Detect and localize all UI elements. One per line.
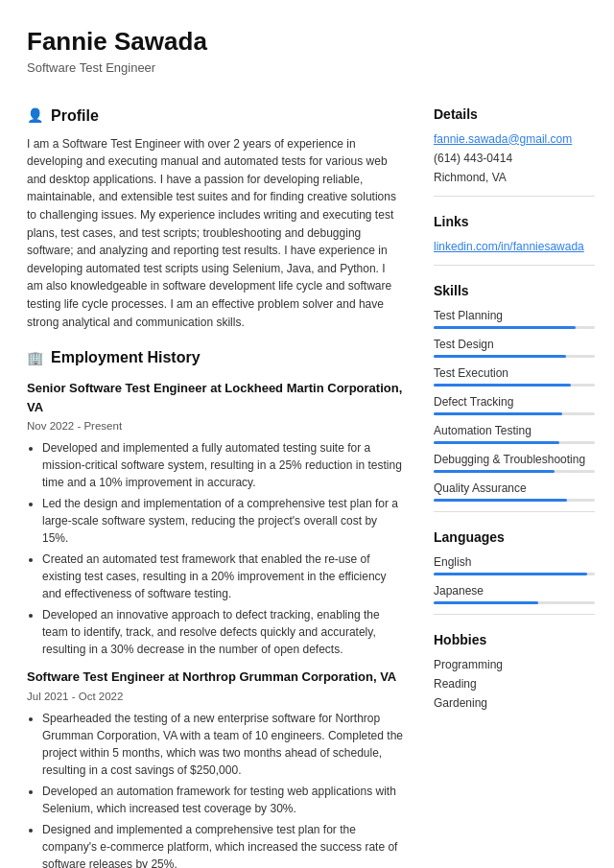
profile-icon: 👤 xyxy=(27,106,43,126)
skill-item: Test Design xyxy=(434,336,595,358)
header: Fannie Sawada Software Test Engineer xyxy=(0,0,614,89)
profile-section-title: Profile xyxy=(51,105,99,128)
language-label: English xyxy=(434,553,595,571)
hobby-item: Programming xyxy=(434,656,595,673)
job-2-bullets: Spearheaded the testing of a new enterpr… xyxy=(27,710,403,868)
skill-bar-fill xyxy=(434,355,566,358)
employment-icon: 🏢 xyxy=(27,348,43,368)
language-item: Japanese xyxy=(434,582,595,604)
divider-1 xyxy=(434,196,595,197)
skill-bar-bg xyxy=(434,412,595,415)
resume-page: Fannie Sawada Software Test Engineer 👤 P… xyxy=(0,0,614,868)
job-2-title: Software Test Engineer at Northrop Grumm… xyxy=(27,668,403,687)
skill-label: Test Execution xyxy=(434,364,595,382)
skill-bar-fill xyxy=(434,499,567,502)
skill-bar-bg xyxy=(434,470,595,473)
skills-container: Test Planning Test Design Test Execution… xyxy=(434,307,595,502)
employment-section-header: 🏢 Employment History xyxy=(27,346,403,369)
phone-text: (614) 443-0414 xyxy=(434,150,595,167)
email-link[interactable]: fannie.sawada@gmail.com xyxy=(434,130,595,148)
location-text: Richmond, VA xyxy=(434,169,595,186)
skill-item: Test Planning xyxy=(434,307,595,329)
skill-item: Automation Testing xyxy=(434,422,595,444)
profile-text: I am a Software Test Engineer with over … xyxy=(27,135,403,332)
employment-section-title: Employment History xyxy=(51,346,201,369)
skill-bar-fill xyxy=(434,441,559,444)
list-item: Created an automated test framework that… xyxy=(42,551,403,602)
list-item: Developed an innovative approach to defe… xyxy=(42,606,403,658)
skill-bar-fill xyxy=(434,470,555,473)
list-item: Developed and implemented a fully automa… xyxy=(42,439,403,491)
language-bar-fill xyxy=(434,601,538,604)
skill-item: Test Execution xyxy=(434,364,595,387)
language-bar-bg xyxy=(434,573,595,575)
list-item: Spearheaded the testing of a new enterpr… xyxy=(42,710,403,779)
languages-section-title: Languages xyxy=(434,528,595,548)
skill-bar-fill xyxy=(434,326,576,329)
details-section-title: Details xyxy=(434,105,595,125)
skill-label: Test Design xyxy=(434,336,595,353)
skill-item: Quality Assurance xyxy=(434,480,595,502)
skill-label: Automation Testing xyxy=(434,422,595,439)
skill-bar-bg xyxy=(434,384,595,387)
job-1-date: Nov 2022 - Present xyxy=(27,418,403,434)
right-column: Details fannie.sawada@gmail.com (614) 44… xyxy=(422,89,614,868)
hobbies-container: ProgrammingReadingGardening xyxy=(434,656,595,712)
divider-3 xyxy=(434,511,595,512)
skill-item: Defect Tracking xyxy=(434,393,595,415)
divider-4 xyxy=(434,614,595,615)
skill-bar-fill xyxy=(434,412,562,415)
job-1-title: Senior Software Test Engineer at Lockhee… xyxy=(27,379,403,416)
skill-bar-bg xyxy=(434,441,595,444)
language-bar-bg xyxy=(434,601,595,604)
profile-section-header: 👤 Profile xyxy=(27,105,403,128)
skill-label: Defect Tracking xyxy=(434,393,595,411)
hobbies-section-title: Hobbies xyxy=(434,630,595,650)
skill-bar-bg xyxy=(434,499,595,502)
skill-bar-bg xyxy=(434,326,595,329)
skill-label: Test Planning xyxy=(434,307,595,324)
job-2-date: Jul 2021 - Oct 2022 xyxy=(27,689,403,705)
skills-section-title: Skills xyxy=(434,281,595,301)
list-item: Led the design and implementation of a c… xyxy=(42,495,403,547)
list-item: Developed an automation framework for te… xyxy=(42,783,403,817)
list-item: Designed and implemented a comprehensive… xyxy=(42,821,403,868)
hobby-item: Reading xyxy=(434,675,595,692)
skill-bar-fill xyxy=(434,384,571,387)
skill-label: Debugging & Troubleshooting xyxy=(434,451,595,468)
language-bar-fill xyxy=(434,573,587,575)
left-column: 👤 Profile I am a Software Test Engineer … xyxy=(0,89,422,868)
candidate-title: Software Test Engineer xyxy=(27,59,587,78)
skill-bar-bg xyxy=(434,355,595,358)
language-item: English xyxy=(434,553,595,575)
linkedin-link[interactable]: linkedin.com/in/fanniesawada xyxy=(434,238,595,255)
candidate-name: Fannie Sawada xyxy=(27,27,587,57)
skill-item: Debugging & Troubleshooting xyxy=(434,451,595,473)
language-label: Japanese xyxy=(434,582,595,599)
divider-2 xyxy=(434,265,595,266)
job-1-bullets: Developed and implemented a fully automa… xyxy=(27,439,403,658)
hobby-item: Gardening xyxy=(434,694,595,712)
languages-container: English Japanese xyxy=(434,553,595,604)
skill-label: Quality Assurance xyxy=(434,480,595,497)
main-content: 👤 Profile I am a Software Test Engineer … xyxy=(0,89,614,868)
links-section-title: Links xyxy=(434,212,595,232)
